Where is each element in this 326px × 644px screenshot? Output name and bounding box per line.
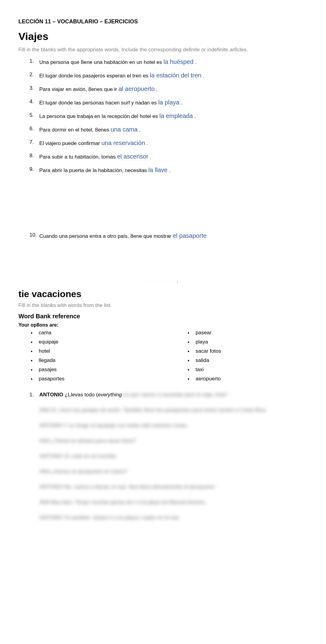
question-number: 1.	[29, 57, 34, 65]
wordbank-item: equipaje	[31, 339, 151, 345]
fill-answer: la estación del tren	[150, 72, 201, 79]
question-list: 1. Una persona que 8ene una habitación e…	[18, 57, 308, 175]
wordbank: cama equipaje hotel llegada pasajes pasa…	[18, 330, 308, 385]
question-prompt: Para dormir en el hotel, 8enes	[39, 127, 111, 133]
question-prompt: El lugar donde los pasajeros esperan el …	[39, 73, 150, 79]
wordbank-item: aeropuerto	[188, 376, 308, 382]
dialogue-speaker: ANTONIO	[39, 392, 63, 398]
document-header: LECCIÓN 11 – VOCABULARIO – EJERCICIOS	[18, 18, 308, 25]
blurred-text: ANTONIO Y yo tengo el equipaje con todas…	[39, 422, 308, 429]
trailing-punct: .	[194, 113, 196, 119]
dialogue-italic: everything	[98, 392, 122, 398]
vertical-gap	[18, 245, 308, 281]
question-item: 3. Para viajar en avión, 8enes que ir al…	[29, 84, 308, 93]
wordbank-item: pasaportes	[31, 376, 151, 382]
question-number: 10.	[29, 231, 37, 239]
section1-title: Viajes	[18, 30, 308, 42]
section1-instructions: Fill in the blanks with the appropriate …	[18, 47, 308, 53]
dialogue-item: 1. ANTONIO ¿Llevas todo (everything) lo …	[29, 392, 308, 521]
fill-answer: la empleada	[159, 112, 193, 120]
blurred-text: ANTONIO Sí, está en mi mochila.	[39, 453, 308, 459]
vertical-gap	[18, 179, 308, 231]
question-prompt: Una persona que 8ene una habitación en u…	[39, 59, 164, 65]
blurred-text: ANA ¿Vamos al aeropuerto en metro?	[39, 469, 308, 475]
wordbank-item: playa	[188, 339, 308, 345]
question-item: 4. El lugar donde las personas hacen sur…	[29, 98, 308, 107]
question-prompt: El lugar donde las personas hacen surf y…	[39, 100, 158, 106]
wordbank-item: llegada	[31, 357, 151, 363]
question-number: 2.	[29, 71, 34, 79]
question-item: 7. El viajero puede confirmar una reserv…	[29, 138, 308, 147]
question-prompt: La persona que trabaja en la recepción d…	[39, 113, 159, 119]
wordbank-item: sacar fotos	[188, 348, 308, 354]
wordbank-item: salida	[188, 357, 308, 363]
wordbank-col1: cama equipaje hotel llegada pasajes pasa…	[18, 330, 151, 385]
blurred-text: ANTONIO Yo también. Quiero ir a la playa…	[39, 515, 308, 521]
question-number: 3.	[29, 84, 34, 92]
blurred-text: ) lo que vamos a necesitar para el viaje…	[122, 392, 227, 398]
fill-answer: la playa	[158, 99, 179, 106]
fill-answer: el ascensor	[117, 153, 148, 160]
dialogue-list: 1. ANTONIO ¿Llevas todo (everything) lo …	[18, 392, 308, 521]
blurred-content: ANA Sí. Llevo los pasajes de avión. Tamb…	[39, 407, 308, 521]
blurred-text: ANTONIO No, vamos a llamar un taxi. Nos …	[39, 484, 308, 490]
question-prompt: Para subir a tu habitación, tomas	[39, 154, 117, 160]
blurred-text: ANA Sí. Llevo los pasajes de avión. Tamb…	[39, 407, 308, 413]
wordbank-heading: Word Bank reference	[18, 313, 308, 320]
wordbank-item: hotel	[31, 348, 151, 354]
trailing-punct: .	[139, 127, 141, 133]
question-number: 5.	[29, 111, 34, 119]
blurred-text: ANA ¿Tienes la cámara para sacar fotos?	[39, 438, 308, 444]
question-list-continued: 10. Cuando una persona entra a otro país…	[18, 231, 308, 240]
wordbank-item: cama	[31, 330, 151, 336]
wordbank-col2: pasear playa sacar fotos salida taxi aer…	[175, 330, 308, 385]
trailing-punct: .	[195, 59, 196, 65]
wordbank-item: pasajes	[31, 367, 151, 373]
fill-answer: al aeropuerto	[118, 85, 155, 93]
trailing-punct: .	[150, 154, 151, 160]
question-prompt: Para abrir la puerta de la habitación, n…	[39, 167, 148, 173]
question-item: 6. Para dormir en el hotel, 8enes una ca…	[29, 125, 308, 134]
section2-title: tie vacaciones	[18, 289, 308, 299]
vertical-gap	[18, 530, 308, 644]
dialogue-text: ¿Llevas todo (	[63, 392, 98, 398]
blurred-text: ANA Muy bien. Tengo muchas ganas de ir a…	[39, 499, 308, 505]
question-number: 6.	[29, 125, 34, 133]
options-label: Your op8ons are:	[18, 322, 308, 328]
question-number: 4.	[29, 98, 34, 106]
question-item: 2. El lugar donde los pasajeros esperan …	[29, 71, 308, 80]
fill-answer: el pasaporte	[173, 232, 207, 240]
question-item: 5. La persona que trabaja en la recepció…	[29, 111, 308, 120]
question-item: 8. Para subir a tu habitación, tomas el …	[29, 152, 308, 161]
wordbank-item: taxi	[188, 367, 308, 373]
trailing-punct: .	[203, 73, 204, 79]
trailing-punct: .	[156, 86, 158, 92]
question-number: 9.	[29, 165, 34, 173]
fill-answer: la llave	[148, 167, 167, 174]
question-prompt: Cuando una persona entra a otro país, 8e…	[39, 233, 173, 239]
question-prompt: Para viajar en avión, 8enes que ir	[39, 86, 118, 92]
stray-blank-line: .	[18, 278, 308, 283]
fill-answer: la huésped	[164, 58, 194, 66]
fill-answer: una cama	[111, 126, 138, 133]
fill-answer: una reservación	[101, 139, 145, 147]
question-item: 1. Una persona que 8ene una habitación e…	[29, 57, 308, 66]
question-number: 8.	[29, 152, 34, 160]
section2-instructions: Fill in the blanks with words from the l…	[18, 302, 308, 308]
question-number: 7.	[29, 138, 34, 146]
trailing-punct: .	[146, 140, 148, 146]
question-item: 9. Para abrir la puerta de la habitación…	[29, 165, 308, 175]
trailing-punct: .	[169, 167, 170, 173]
question-number: 1.	[29, 392, 34, 398]
question-prompt: El viajero puede confirmar	[39, 140, 101, 146]
wordbank-item: pasear	[188, 330, 308, 336]
question-item: 10. Cuando una persona entra a otro país…	[29, 231, 308, 240]
trailing-punct: .	[181, 100, 182, 106]
